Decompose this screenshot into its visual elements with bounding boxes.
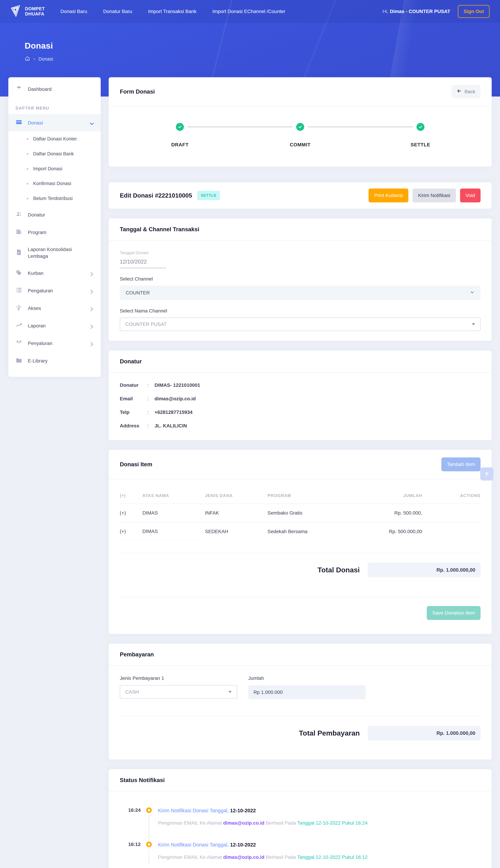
save-row: Save Donation Item <box>120 597 480 624</box>
user-name: Dimas - COUNTER PUSAT <box>390 9 450 14</box>
card-header: Donatur <box>109 351 492 373</box>
sidebar-item-pengaturan[interactable]: Pengaturan <box>8 282 101 299</box>
tanggal-channel-card: Tanggal & Channel Transaksi Tanggal Dona… <box>109 218 492 341</box>
sidebar-item-laporan[interactable]: Laporan <box>8 317 101 334</box>
donasi-item-table: (+) ATAS NAMA JENIS DANA PROGRAM JUMLAH … <box>120 489 480 541</box>
notification-link[interactable]: Kirim Notifikasi Donasi Tanggal, <box>158 842 229 847</box>
timeline-line <box>149 849 149 864</box>
cell-jumlah: Rp. 500.000, <box>354 504 422 522</box>
sidebar-subitem-import-donasi[interactable]: Import Donasi <box>8 161 101 176</box>
sidebar-item-label: E-Library <box>28 357 48 364</box>
card-header: Donasi Item Tambah Item <box>109 450 492 479</box>
sidebar-subitem-daftar-donasi-bank[interactable]: Daftar Donasi Bank <box>8 147 101 161</box>
sidebar-item-program[interactable]: Program <box>8 224 101 241</box>
bullet-icon <box>27 168 28 170</box>
info-value: +6281287715934 <box>155 410 193 415</box>
sidebar-item-kurban[interactable]: Kurban <box>8 264 101 282</box>
sidebar-item-akses[interactable]: Akses <box>8 299 101 317</box>
nama-channel-label: Select Nama Channel <box>120 308 480 314</box>
accessibility-icon <box>16 304 22 312</box>
cell-actions <box>422 504 480 522</box>
credit-card-icon <box>16 119 22 127</box>
jenis-pembayaran-select[interactable]: CASH <box>120 685 237 699</box>
home-icon[interactable] <box>25 56 30 62</box>
card-header: Pembayaran <box>109 643 492 666</box>
card-body: Jenis Pembayaran 1 CASH Jumlah <box>109 666 492 760</box>
timeline-line <box>149 815 149 842</box>
nav-item-donasi-baru[interactable]: Donasi Baru <box>60 9 87 14</box>
channel-select[interactable]: COUNTER <box>120 286 480 300</box>
info-colon: : <box>147 423 155 429</box>
jenis-pembayaran-value: CASH <box>125 689 139 695</box>
edit-donasi-title: Edit Donasi #2221010005 <box>120 192 192 199</box>
check-circle-icon <box>417 123 424 131</box>
expand-row-toggle[interactable]: (+) <box>120 504 143 522</box>
cell-jumlah: Rp. 500.000,00 <box>354 522 422 540</box>
notification-entry: 16:12 Kirim Notifikasi Donasi Tanggal, 1… <box>120 841 480 867</box>
sidebar-subitem-label: Import Donasi <box>33 165 62 172</box>
sign-out-button[interactable]: Sign Out <box>458 5 490 18</box>
expand-row-toggle[interactable]: (+) <box>120 522 143 540</box>
sidebar-subitem-daftar-donasi-konter[interactable]: Daftar Donasi Konter <box>8 132 101 147</box>
sidebar-subitem-belum-terdistribusi[interactable]: Belum Terdistribusi <box>8 191 101 206</box>
scroll-top-button[interactable] <box>480 467 493 481</box>
column-header-actions: ACTIONS <box>422 489 480 504</box>
tanggal-donasi-input[interactable]: 12/10/2022 <box>120 259 166 268</box>
nav-item-import-donasi-echannel[interactable]: Import Donasi EChannel /Counter <box>212 9 285 14</box>
jumlah-field: Jumlah <box>248 675 366 699</box>
payment-fields: Jenis Pembayaran 1 CASH Jumlah <box>120 675 480 699</box>
chevron-down-icon <box>470 290 475 296</box>
total-pembayaran-value: Rp. 1.000.000,00 <box>368 726 480 740</box>
sidebar-subitem-label: Konfirmasi Donasi <box>33 180 71 187</box>
brand-logo[interactable]: DOMPET DHUAFA <box>10 5 45 18</box>
info-value: dimas@ozip.co.id <box>155 396 196 401</box>
chevron-right-icon <box>89 323 93 328</box>
email-text: dimas@ozip.co.id <box>223 855 264 860</box>
total-donasi-label: Total Donasi <box>318 566 360 574</box>
sidebar-item-donatur[interactable]: Donatur <box>8 206 101 224</box>
cell-jenis-dana: SEDEKAH <box>205 522 268 540</box>
void-button[interactable]: Void <box>460 189 481 203</box>
nav-item-donatur-baru[interactable]: Donatur Baru <box>103 9 132 14</box>
sidebar-subitem-konfirmasi-donasi[interactable]: Konfirmasi Donasi <box>8 176 101 191</box>
form-donasi-header: Form Donasi Back <box>109 77 492 106</box>
sidebar-item-label: Laporan Konsolidasi Lembaga <box>28 246 93 260</box>
kirim-notifikasi-button[interactable]: Kirim Notifikasi <box>412 189 456 203</box>
notification-description: Pengiriman EMAIL Ke Alamat dimas@ozip.co… <box>158 853 367 861</box>
cell-jenis-dana: INFAK <box>205 504 268 522</box>
caret-down-icon <box>228 691 231 693</box>
desc-text: Berhasil Pada <box>266 855 296 860</box>
jumlah-input[interactable] <box>248 685 366 699</box>
chevron-right-icon <box>89 306 93 311</box>
tag-icon <box>16 269 22 277</box>
sidebar-item-elibrary[interactable]: E-Library <box>8 352 101 369</box>
check-circle-icon <box>296 123 304 131</box>
info-colon: : <box>147 410 155 415</box>
nav-item-import-transaksi-bank[interactable]: Import Transaksi Bank <box>148 9 196 14</box>
sidebar-item-donasi[interactable]: Donasi <box>8 114 101 132</box>
info-label: Telp <box>120 410 147 415</box>
top-navbar: DOMPET DHUAFA Donasi Baru Donatur Baru I… <box>0 0 500 23</box>
back-button[interactable]: Back <box>451 85 480 98</box>
tambah-item-button[interactable]: Tambah Item <box>441 457 480 471</box>
bullet-icon <box>27 153 28 155</box>
donatur-info-row: Email : dimas@ozip.co.id <box>120 396 480 401</box>
chevron-down-icon <box>89 121 93 125</box>
step-label: SETTLE <box>411 142 430 148</box>
bullet-icon <box>27 183 28 184</box>
step-label: DRAFT <box>171 142 189 148</box>
sidebar-item-laporan-konsolidasi[interactable]: Laporan Konsolidasi Lembaga <box>8 241 101 264</box>
card-title: Donasi Item <box>120 461 152 468</box>
info-value: DIMAS- 1221010001 <box>155 382 200 388</box>
card-title: Pembayaran <box>120 651 154 658</box>
print-kuitansi-button[interactable]: Print Kuitansi <box>368 189 408 203</box>
save-donation-item-button[interactable]: Save Donation Item <box>427 606 480 620</box>
sidebar-item-dashboard[interactable]: Dashboard <box>8 80 101 98</box>
total-pembayaran-row: Total Pembayaran Rp. 1.000.000,00 <box>120 717 480 750</box>
sidebar-item-label: Dashboard <box>28 86 52 92</box>
desc-text: Pengiriman EMAIL Ke Alamat <box>158 820 222 826</box>
notification-link[interactable]: Kirim Notifikasi Donasi Tanggal, <box>158 808 229 813</box>
nama-channel-select[interactable]: COUNTER PUSAT <box>120 318 480 331</box>
status-badge: SETTLE <box>197 191 220 200</box>
sidebar-item-penyaluran[interactable]: Penyaluran <box>8 334 101 352</box>
